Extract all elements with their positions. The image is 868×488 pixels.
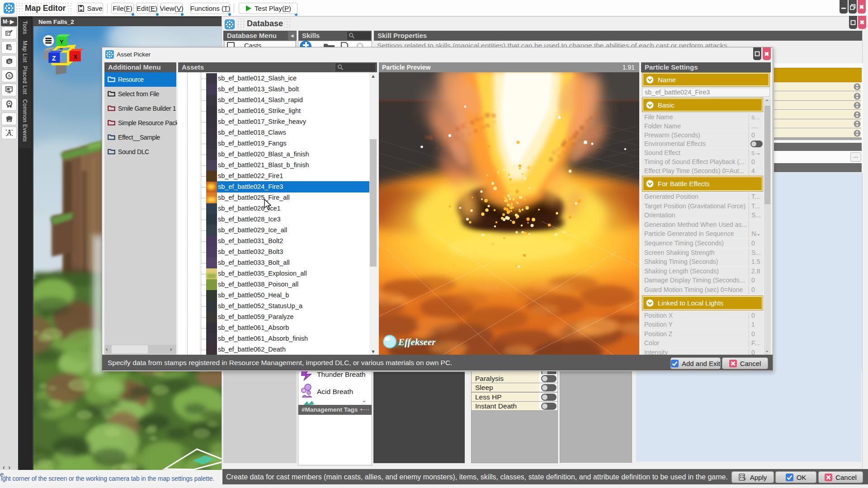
svg-text:Y: Y	[60, 38, 64, 45]
svg-text:Effekseer: Effekseer	[398, 337, 436, 347]
svg-text:Z: Z	[52, 55, 56, 62]
svg-text:D: D	[8, 60, 11, 64]
svg-text:R: R	[9, 46, 11, 50]
svg-text:S: S	[8, 74, 11, 78]
svg-text:X: X	[73, 53, 78, 61]
